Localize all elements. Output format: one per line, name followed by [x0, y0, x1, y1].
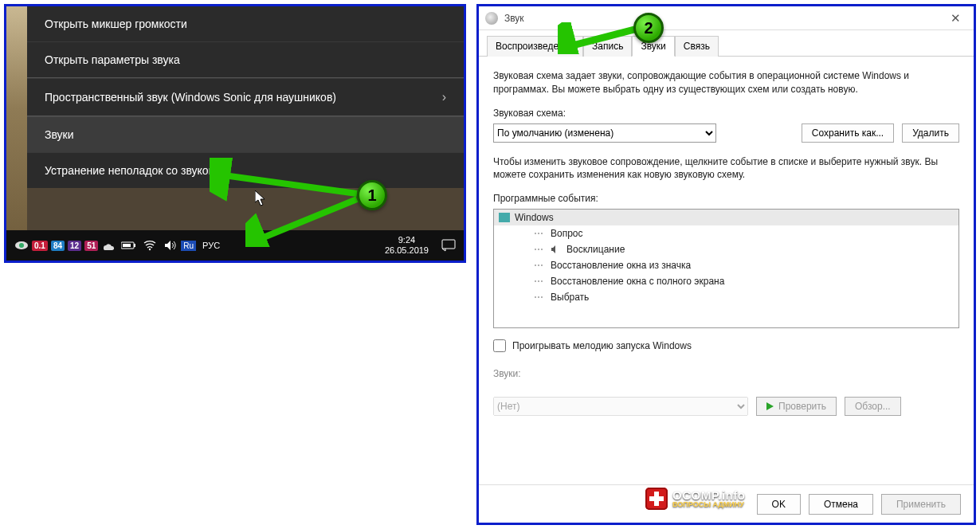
sound-dialog: Звук ✕ Воспроизведение Запись Звуки Связ… [476, 4, 976, 525]
battery-icon[interactable] [121, 237, 137, 253]
play-startup-checkbox[interactable] [493, 339, 506, 352]
menu-sounds[interactable]: Звуки [27, 116, 464, 152]
tray-badge[interactable]: 51 [84, 241, 98, 251]
svg-point-2 [19, 243, 24, 248]
save-as-button[interactable]: Сохранить как... [802, 123, 894, 143]
step-badge-1: 1 [357, 180, 387, 210]
titlebar: Звук ✕ [479, 6, 974, 30]
tab-playback[interactable]: Воспроизведение [487, 36, 583, 57]
menu-troubleshoot-sound[interactable]: Устранение неполадок со звуком [27, 152, 464, 188]
onedrive-icon[interactable] [100, 237, 116, 253]
close-button[interactable]: ✕ [944, 11, 967, 25]
tab-body: Звуковая схема задает звуки, сопровождаю… [479, 57, 974, 429]
svg-point-6 [149, 249, 151, 250]
delete-button[interactable]: Удалить [902, 123, 959, 143]
taskbar-clock[interactable]: 9:24 26.05.2019 [378, 235, 435, 255]
tab-strip: Воспроизведение Запись Звуки Связь [479, 30, 974, 57]
menu-label: Открыть микшер громкости [45, 18, 187, 30]
menu-open-mixer[interactable]: Открыть микшер громкости [27, 6, 464, 41]
window-title: Звук [504, 13, 524, 24]
svg-rect-7 [442, 240, 455, 249]
sounds-label: Звуки: [493, 368, 959, 379]
scheme-description: Звуковая схема задает звуки, сопровождаю… [493, 69, 959, 96]
tray-badge[interactable]: 12 [68, 241, 81, 251]
event-item[interactable]: ⋯ Выбрать [494, 289, 958, 305]
svg-rect-5 [123, 244, 131, 247]
volume-icon[interactable] [163, 237, 178, 253]
play-startup-checkbox-row[interactable]: Проигрывать мелодию запуска Windows [493, 339, 959, 352]
menu-spatial-sound[interactable]: Пространственный звук (Windows Sonic для… [27, 78, 464, 116]
lang-text[interactable]: РУС [202, 241, 220, 250]
tab-recording[interactable]: Запись [583, 36, 632, 57]
chevron-right-icon: › [442, 90, 446, 104]
notifications-icon[interactable] [438, 235, 459, 256]
speaker-icon [551, 245, 560, 254]
taskbar: 0.1 84 12 51 Ru РУС 9:24 26.05.2019 [6, 230, 464, 261]
watermark-sub: ВОПРОСЫ АДМИНУ [672, 501, 745, 508]
menu-label: Открыть параметры звука [45, 53, 180, 66]
ok-button[interactable]: OK [757, 494, 801, 515]
tray-badge[interactable]: 0.1 [32, 241, 48, 251]
cancel-button[interactable]: Отмена [809, 494, 873, 515]
scheme-select[interactable]: По умолчанию (изменена) [493, 123, 716, 143]
windows-icon [499, 213, 510, 222]
watermark-main: OCOMP.info [672, 489, 745, 501]
left-screenshot: Открыть микшер громкости Открыть парамет… [4, 4, 466, 263]
clock-date: 26.05.2019 [385, 245, 429, 256]
speaker-icon [485, 12, 498, 25]
plus-icon [645, 488, 668, 510]
browse-button: Обзор... [845, 397, 901, 416]
step-badge-2: 2 [633, 13, 664, 43]
clock-time: 9:24 [385, 235, 429, 245]
event-item[interactable]: ⋯ Восстановление окна с полного экрана [494, 273, 958, 289]
tab-communications[interactable]: Связь [675, 36, 719, 57]
sounds-select: (Нет) [493, 397, 748, 416]
keyboard-layout-badge[interactable]: Ru [181, 241, 196, 251]
wifi-icon[interactable] [142, 237, 158, 253]
menu-open-sound-settings[interactable]: Открыть параметры звука [27, 41, 464, 77]
event-item[interactable]: ⋯ Восклицание [494, 241, 958, 257]
test-sound-button: Проверить [756, 397, 837, 416]
volume-context-menu: Открыть микшер громкости Открыть парамет… [27, 6, 464, 188]
menu-label: Пространственный звук (Windows Sonic для… [45, 91, 336, 104]
watermark: OCOMP.info ВОПРОСЫ АДМИНУ [645, 488, 745, 510]
events-root-node[interactable]: Windows [494, 210, 958, 225]
event-item[interactable]: ⋯ Восстановление окна из значка [494, 257, 958, 273]
events-label: Программные события: [493, 193, 959, 204]
event-item[interactable]: ⋯ Вопрос [494, 225, 958, 241]
apply-button: Применить [881, 494, 961, 515]
svg-rect-4 [134, 244, 135, 247]
change-sound-description: Чтобы изменить звуковое сопровождение, щ… [493, 155, 959, 182]
svg-marker-0 [255, 190, 265, 206]
cursor-icon [255, 190, 266, 206]
desktop-wallpaper-sliver [6, 6, 27, 261]
menu-label: Звуки [45, 128, 74, 141]
tray-badge[interactable]: 84 [51, 241, 65, 251]
program-events-list[interactable]: Windows ⋯ Вопрос ⋯ Восклицание ⋯ Восстан… [493, 209, 959, 328]
scheme-label: Звуковая схема: [493, 108, 959, 119]
svg-rect-12 [499, 213, 510, 222]
menu-label: Устранение неполадок со звуком [45, 164, 216, 177]
play-icon [766, 402, 774, 410]
eye-icon[interactable] [14, 237, 29, 253]
